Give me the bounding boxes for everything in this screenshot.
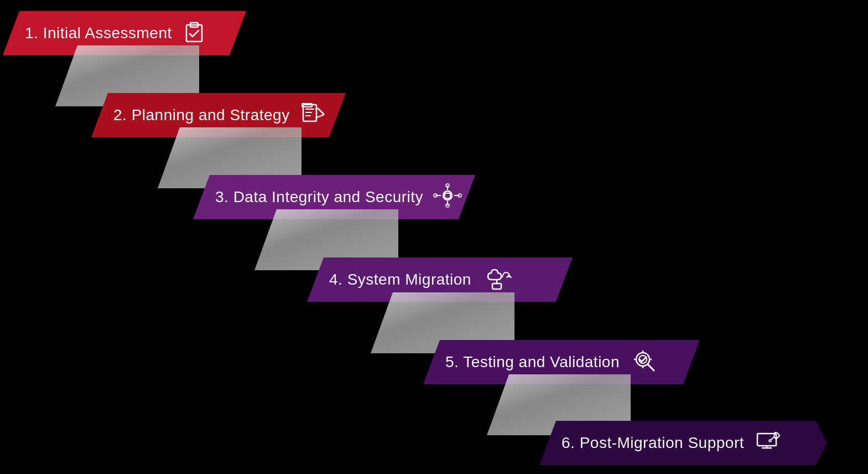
step-4-icon [481,264,512,295]
step-6-icon [754,429,783,457]
svg-line-24 [648,364,654,370]
step-6-label: 6. Post-Migration Support [562,434,744,452]
step-1-label: 1. Initial Assessment [25,24,172,42]
diagram-container: 1. Initial Assessment 2. Planning and St… [0,0,868,474]
step-3-icon [433,183,462,211]
svg-rect-29 [757,434,776,446]
step-5-label: 5. Testing and Validation [445,353,620,371]
step-6-banner: 6. Post-Migration Support [539,421,827,465]
step-1-icon [182,19,206,47]
svg-point-33 [769,440,771,442]
svg-line-7 [318,108,324,115]
step-3-label: 3. Data Integrity and Security [215,188,423,206]
svg-rect-20 [492,284,501,289]
step-5-icon [630,347,658,377]
step-2-label: 2. Planning and Strategy [113,106,290,124]
svg-rect-11 [445,193,450,198]
step-6-wrapper: 6. Post-Migration Support [539,421,827,465]
step-2-icon [300,101,326,129]
step-4-label: 4. System Migration [329,271,471,288]
